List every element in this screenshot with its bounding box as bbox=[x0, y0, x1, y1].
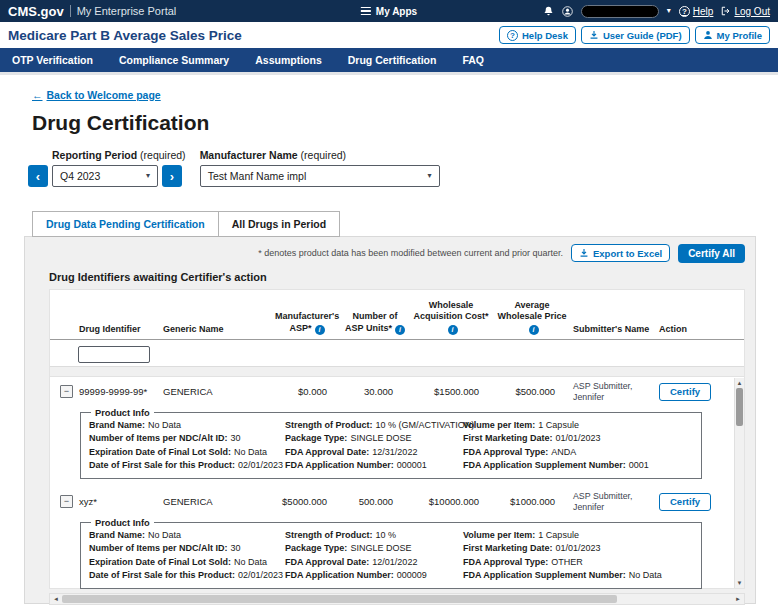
back-to-welcome-link[interactable]: ← Back to Welcome page bbox=[32, 89, 161, 101]
drug-identifier-cell: 99999-9999-99* bbox=[76, 386, 160, 397]
modified-data-note: * denotes product data has been modified… bbox=[258, 248, 563, 258]
info-icon[interactable]: i bbox=[395, 325, 405, 335]
product-info-value: 000001 bbox=[397, 460, 427, 470]
page-title: Drug Certification bbox=[32, 111, 778, 135]
chevron-down-icon: ▾ bbox=[146, 172, 150, 180]
product-info-label: Volume per Item: bbox=[463, 420, 535, 430]
help-icon: ? bbox=[679, 6, 690, 17]
product-info-label: Brand Name: bbox=[89, 420, 145, 430]
logout-label: Log Out bbox=[734, 6, 770, 17]
my-profile-button[interactable]: My Profile bbox=[695, 26, 770, 44]
product-info-value: 12/31/2022 bbox=[372, 447, 417, 457]
vertical-scrollbar-track[interactable] bbox=[735, 426, 744, 578]
chevron-down-icon: ▾ bbox=[428, 172, 432, 180]
collapse-row-button[interactable]: − bbox=[60, 385, 73, 398]
user-guide-button[interactable]: User Guide (PDF) bbox=[581, 26, 690, 44]
my-apps-menu[interactable]: My Apps bbox=[361, 6, 417, 17]
next-period-button[interactable]: › bbox=[162, 165, 182, 187]
table-gap-strip bbox=[50, 367, 744, 377]
vertical-scrollbar-thumb[interactable] bbox=[736, 388, 743, 426]
column-header-manufacturers-asp: Manufacturer's ASP*i bbox=[272, 311, 342, 335]
bell-icon[interactable] bbox=[543, 6, 554, 17]
product-info-label: Package Type: bbox=[285, 433, 347, 443]
back-link-label: Back to Welcome page bbox=[47, 89, 161, 101]
product-info-label: FDA Application Supplement Number: bbox=[463, 570, 626, 580]
product-info-value: 01/01/2023 bbox=[556, 543, 601, 553]
download-icon bbox=[589, 30, 599, 40]
manufacturer-value: Test Manf Name impl bbox=[208, 170, 307, 182]
previous-period-button[interactable]: ‹ bbox=[28, 165, 48, 187]
drug-identifier-cell: xyz* bbox=[76, 496, 160, 507]
product-info-value: SINGLE DOSE bbox=[350, 543, 411, 553]
user-name-redacted[interactable] bbox=[581, 5, 659, 18]
reporting-period-select[interactable]: Q4 2023 ▾ bbox=[52, 165, 158, 187]
logout-link[interactable]: Log Out bbox=[721, 6, 770, 17]
product-info-value: No Data bbox=[234, 447, 267, 457]
nav-item-compliance-summary[interactable]: Compliance Summary bbox=[119, 54, 229, 66]
help-link[interactable]: ? Help bbox=[679, 6, 714, 17]
info-icon[interactable]: i bbox=[529, 325, 539, 335]
help-desk-label: Help Desk bbox=[522, 30, 568, 41]
certify-button[interactable]: Certify bbox=[659, 383, 711, 401]
back-arrow-icon: ← bbox=[32, 89, 43, 101]
product-info-value: 02/01/2023 bbox=[238, 460, 283, 470]
product-info-label: FDA Approval Type: bbox=[463, 447, 548, 457]
product-info-label: Brand Name: bbox=[89, 530, 145, 540]
product-info-column: Brand Name:No Data Number of Items per N… bbox=[89, 419, 285, 473]
product-info-value: No Data bbox=[148, 420, 181, 430]
collapse-row-button[interactable]: − bbox=[60, 495, 73, 508]
reporting-period-label: Reporting Period (required) bbox=[28, 149, 186, 161]
manufacturer-required: (required) bbox=[301, 149, 347, 161]
scroll-down-button[interactable]: ▼ bbox=[735, 578, 744, 588]
table-header-row: Drug Identifier Generic Name Manufacture… bbox=[50, 290, 744, 340]
generic-name-cell: GENERICA bbox=[160, 386, 272, 397]
page-content: ← Back to Welcome page Drug Certificatio… bbox=[0, 75, 778, 187]
product-info-grid: Brand Name:No Data Number of Items per N… bbox=[89, 529, 693, 583]
product-info-value: OTHER bbox=[551, 557, 583, 567]
product-info-label: Expiration Date of Final Lot Sold: bbox=[89, 557, 231, 567]
product-info-label: Strength of Product: bbox=[285, 420, 373, 430]
cms-gov-logo: CMS.gov bbox=[8, 4, 64, 19]
filters-form: Reporting Period (required) ‹ Q4 2023 ▾ … bbox=[28, 149, 778, 187]
app-header: Medicare Part B Average Sales Price ? He… bbox=[0, 22, 778, 48]
tab-pending-certification[interactable]: Drug Data Pending Certification bbox=[32, 211, 219, 237]
product-info-value: 10 % (GM/ACTIVATION) bbox=[376, 420, 475, 430]
menu-icon bbox=[361, 7, 371, 16]
product-info-value: 1 Capsule bbox=[538, 420, 579, 430]
scroll-up-button[interactable]: ▲ bbox=[735, 378, 744, 388]
export-to-excel-button[interactable]: Export to Excel bbox=[571, 244, 670, 262]
column-header-action: Action bbox=[656, 324, 736, 335]
certify-all-button[interactable]: Certify All bbox=[678, 244, 745, 263]
product-info-value: 12/01/2022 bbox=[372, 557, 417, 567]
product-info-value: No Data bbox=[234, 557, 267, 567]
product-info-label: FDA Application Number: bbox=[285, 460, 394, 470]
product-info-value: No Data bbox=[629, 570, 662, 580]
user-menu-chevron-down-icon[interactable]: ▾ bbox=[667, 7, 671, 15]
product-info-value: ANDA bbox=[551, 447, 576, 457]
info-icon[interactable]: i bbox=[448, 325, 458, 335]
app-title: Medicare Part B Average Sales Price bbox=[8, 28, 242, 43]
product-info-grid: Brand Name:No Data Number of Items per N… bbox=[89, 419, 693, 473]
info-icon[interactable]: i bbox=[315, 325, 325, 335]
tab-all-drugs[interactable]: All Drugs in Period bbox=[219, 211, 341, 237]
product-info-label: FDA Application Number: bbox=[285, 570, 394, 580]
header-text: Wholesale Acquisition Cost* bbox=[413, 300, 488, 321]
product-info-value: 0001 bbox=[629, 460, 649, 470]
nav-item-assumptions[interactable]: Assumptions bbox=[255, 54, 322, 66]
product-info-value: SINGLE DOSE bbox=[350, 433, 411, 443]
certify-button[interactable]: Certify bbox=[659, 493, 711, 511]
export-label: Export to Excel bbox=[593, 248, 662, 259]
drug-identifier-filter-input[interactable] bbox=[78, 346, 150, 363]
manufacturer-select[interactable]: Test Manf Name impl ▾ bbox=[200, 165, 440, 187]
nav-item-otp-verification[interactable]: OTP Verification bbox=[12, 54, 93, 66]
awp-cell: $500.000 bbox=[494, 386, 570, 397]
nav-item-faq[interactable]: FAQ bbox=[462, 54, 484, 66]
reporting-period-required: (required) bbox=[140, 149, 186, 161]
top-bar-right: ▾ ? Help Log Out bbox=[543, 5, 770, 18]
vertical-scrollbar[interactable]: ▲ ▼ bbox=[734, 378, 744, 588]
nav-item-drug-certification[interactable]: Drug Certification bbox=[348, 54, 437, 66]
help-desk-button[interactable]: ? Help Desk bbox=[499, 26, 576, 44]
cms-portal-screen: CMS.gov My Enterprise Portal My Apps ▾ ?… bbox=[0, 0, 778, 610]
product-info-value: 1 Capsule bbox=[538, 530, 579, 540]
manufacturer-label: Manufacturer Name (required) bbox=[200, 149, 440, 161]
